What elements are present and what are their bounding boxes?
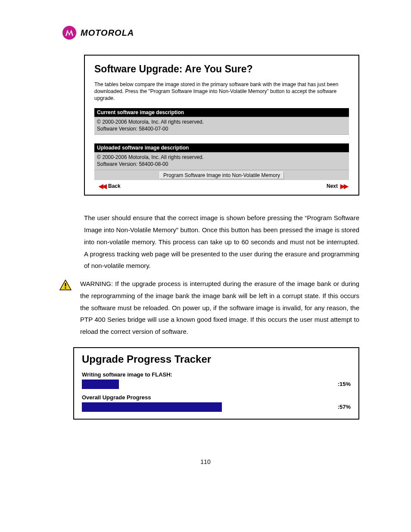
body-paragraph-1: The user should ensure that the correct … (84, 212, 359, 272)
current-body: © 2000-2006 Motorola, Inc. All rights re… (94, 117, 349, 135)
motorola-logo-icon (62, 26, 76, 40)
brand-header: MOTOROLA (62, 26, 359, 40)
arrow-right-icon: ▶▶ (340, 183, 347, 190)
next-link[interactable]: Next ▶▶ (327, 183, 347, 190)
current-header: Current software image description (94, 108, 349, 117)
uploaded-header: Uploaded software image description (94, 143, 349, 152)
uploaded-version: Software Version: 58400-08-00 (97, 161, 346, 168)
brand-text: MOTOROLA (81, 28, 134, 38)
current-version: Software Version: 58400-07-00 (97, 125, 346, 132)
current-copyright: © 2000-2006 Motorola, Inc. All rights re… (97, 118, 346, 125)
warning-icon (59, 280, 72, 292)
svg-rect-2 (65, 287, 66, 289)
progress-title: Upgrade Progress Tracker (82, 353, 351, 365)
writing-progress: :15% (82, 380, 351, 389)
back-link[interactable]: ◀◀ Back (99, 183, 121, 190)
overall-percent: :57% (327, 404, 351, 410)
progress-panel: Upgrade Progress Tracker Writing softwar… (73, 347, 359, 420)
page-number: 110 (52, 458, 359, 465)
confirm-panel: Software Upgrade: Are You Sure? The tabl… (84, 55, 359, 196)
overall-progress: :57% (82, 402, 351, 412)
uploaded-body: © 2000-2006 Motorola, Inc. All rights re… (94, 152, 349, 170)
program-button[interactable]: Program Software Image into Non-Volatile… (159, 171, 284, 179)
writing-progress-fill (82, 380, 119, 389)
writing-label: Writing software image to FLASH: (82, 371, 351, 378)
overall-label: Overall Upgrade Progress (82, 394, 351, 401)
uploaded-copyright: © 2000-2006 Motorola, Inc. All rights re… (97, 154, 346, 161)
warning-row: WARNING: If the upgrade process is inter… (52, 278, 359, 338)
writing-percent: :15% (327, 381, 351, 387)
arrow-left-icon: ◀◀ (99, 183, 106, 190)
overall-progress-fill (82, 402, 222, 412)
warning-text: WARNING: If the upgrade process is inter… (80, 278, 359, 338)
button-row: Program Software Image into Non-Volatile… (94, 170, 349, 180)
svg-rect-1 (65, 283, 66, 286)
next-label: Next (327, 183, 338, 189)
panel-intro: The tables below compare the image store… (94, 81, 349, 102)
back-label: Back (108, 183, 121, 189)
panel-title: Software Upgrade: Are You Sure? (94, 63, 349, 75)
nav-row: ◀◀ Back Next ▶▶ (94, 180, 349, 190)
